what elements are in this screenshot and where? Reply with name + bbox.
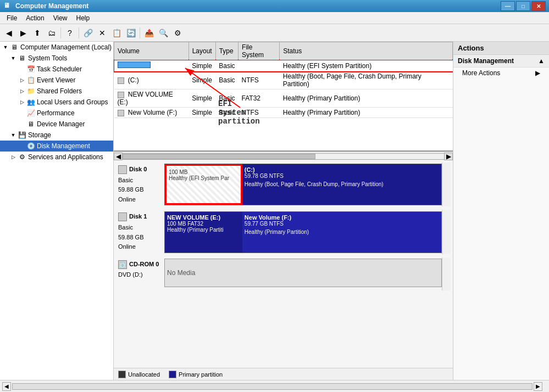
- main-area: ▼ 🖥 Computer Management (Local) ▼ 🖥 Syst…: [0, 42, 549, 380]
- table-row[interactable]: (C:) Simple Basic NTFS Healthy (Boot, Pa…: [114, 71, 453, 89]
- toolbar: ◀ ▶ ⬆ 🗂 ? 🔗 ✕ 📋 🔄 📤 🔍 ⚙: [0, 24, 549, 42]
- shared-folders-icon: 📁: [26, 87, 35, 96]
- h-scroll-track[interactable]: [123, 153, 444, 160]
- table-row[interactable]: Simple Basic Healthy (EFI System Partiti…: [114, 60, 453, 71]
- h-scroll-thumb[interactable]: [123, 154, 315, 159]
- expand-shared-folders[interactable]: ▷: [18, 87, 26, 96]
- tree-root-label: Computer Management (Local): [20, 43, 112, 51]
- disk0-c-partition[interactable]: (C:) 59.78 GB NTFS Healthy (Boot, Page F…: [242, 164, 441, 205]
- expand-storage[interactable]: ▼: [9, 131, 18, 139]
- options-button[interactable]: ⚙: [171, 26, 184, 40]
- actions-more-actions[interactable]: More Actions ▶: [453, 68, 549, 79]
- col-volume[interactable]: Volume: [114, 42, 189, 60]
- back-button[interactable]: ◀: [2, 26, 15, 40]
- col-type[interactable]: Type: [215, 42, 238, 60]
- disk-management-label: Disk Management: [37, 142, 90, 150]
- col-status[interactable]: Status: [280, 42, 453, 60]
- forward-button[interactable]: ▶: [16, 26, 30, 40]
- tree-storage[interactable]: ▼ 💾 Storage: [0, 130, 113, 141]
- cell-layout: Simple: [188, 71, 215, 89]
- cell-volume: New Volume (F:): [114, 108, 189, 118]
- v-scroll-cdrom[interactable]: [442, 257, 451, 290]
- disk-area: Disk 0 Basic 59.88 GB Online 100 MB Heal…: [114, 160, 453, 368]
- task-scheduler-label: Task Scheduler: [37, 65, 82, 73]
- cell-fs: [239, 60, 280, 71]
- col-filesystem[interactable]: File System: [239, 42, 280, 60]
- tree-shared-folders[interactable]: ▷ 📁 Shared Folders: [0, 86, 113, 97]
- tree-task-scheduler[interactable]: ▷ 📅 Task Scheduler: [0, 64, 113, 75]
- legend-unallocated-label: Unallocated: [128, 371, 160, 378]
- volume-table: Volume Layout Type File System Status Si…: [114, 42, 453, 118]
- disk-0-label: Disk 0 Basic 59.88 GB Online: [116, 163, 164, 206]
- tree-device-manager[interactable]: ▷ 🖥 Device Manager: [0, 119, 113, 130]
- actions-disk-management-title[interactable]: Disk Management ▲: [453, 55, 549, 68]
- tree-event-viewer[interactable]: ▷ 📋 Event Viewer: [0, 75, 113, 86]
- table-row[interactable]: NEW VOLUME (E:) Simple Basic FAT32 Healt…: [114, 89, 453, 108]
- refresh-button[interactable]: 🔄: [124, 26, 137, 40]
- cell-type: Basic: [215, 108, 238, 118]
- cell-status: Healthy (Primary Partition): [280, 89, 453, 108]
- cell-layout: Simple: [188, 60, 215, 71]
- toolbar-separator-2: [79, 27, 79, 38]
- show-hide-button[interactable]: 🗂: [45, 26, 58, 40]
- cell-volume: NEW VOLUME (E:): [114, 89, 189, 108]
- cdrom-entry: 💿 CD-ROM 0 DVD (D:) No Media: [116, 257, 451, 290]
- status-scroll-right[interactable]: ▶: [534, 382, 542, 391]
- menu-view[interactable]: View: [49, 13, 72, 23]
- cell-layout: Simple: [188, 89, 215, 108]
- tree-performance[interactable]: ▷ 📈 Performance: [0, 108, 113, 119]
- close-button[interactable]: ✕: [531, 1, 546, 11]
- h-scroll-area[interactable]: ◀ ▶: [114, 152, 453, 160]
- col-layout[interactable]: Layout: [188, 42, 215, 60]
- right-content: Volume Layout Type File System Status Si…: [114, 42, 453, 380]
- event-viewer-label: Event Viewer: [37, 76, 75, 84]
- cdrom-label: 💿 CD-ROM 0 DVD (D:): [116, 257, 164, 290]
- filter-button[interactable]: 🔍: [157, 26, 170, 40]
- maximize-button[interactable]: □: [516, 1, 530, 11]
- scroll-right-btn[interactable]: ▶: [444, 153, 453, 160]
- tree-services[interactable]: ▷ ⚙ Services and Applications: [0, 152, 113, 163]
- export-button[interactable]: 📤: [142, 26, 156, 40]
- up-button[interactable]: ⬆: [31, 26, 44, 40]
- v-scroll-disk1[interactable]: [442, 210, 451, 254]
- v-scroll-disk[interactable]: [442, 163, 451, 206]
- legend-unallocated: Unallocated: [118, 371, 160, 378]
- disk0-efi-partition[interactable]: 100 MB Healthy (EFI System Par: [165, 164, 242, 205]
- connect-button[interactable]: 🔗: [81, 26, 95, 40]
- expand-local-users[interactable]: ▷: [18, 98, 26, 107]
- tree-disk-management[interactable]: ▷ 💿 Disk Management: [0, 141, 113, 152]
- cell-type: Basic: [215, 71, 238, 89]
- volume-table-area: Volume Layout Type File System Status Si…: [114, 42, 453, 152]
- expand-services[interactable]: ▷: [9, 153, 18, 161]
- help-button[interactable]: ?: [63, 26, 76, 40]
- status-scroll-track[interactable]: [12, 383, 533, 390]
- scroll-left-btn[interactable]: ◀: [114, 153, 123, 160]
- table-row[interactable]: New Volume (F:) Simple Basic NTFS Health…: [114, 108, 453, 118]
- menu-help[interactable]: Help: [72, 13, 95, 23]
- menu-file[interactable]: File: [2, 13, 21, 23]
- expand-system-tools[interactable]: ▼: [9, 54, 18, 63]
- disk1-f-partition[interactable]: New Volume (F:) 59.77 GB NTFS Healthy (P…: [242, 212, 441, 253]
- tree-expand-root[interactable]: ▼: [1, 43, 10, 52]
- tree-local-users[interactable]: ▷ 👥 Local Users and Groups: [0, 97, 113, 108]
- delete-button[interactable]: ✕: [96, 26, 109, 40]
- legend-unallocated-box: [118, 371, 126, 378]
- expand-event-viewer[interactable]: ▷: [18, 76, 26, 85]
- arrow-right-icon: ▶: [535, 69, 540, 77]
- disk-management-icon: 💿: [26, 142, 35, 150]
- tree-root[interactable]: ▼ 🖥 Computer Management (Local): [0, 42, 113, 53]
- actions-header: Actions: [453, 42, 549, 55]
- minimize-button[interactable]: —: [501, 1, 515, 11]
- disk-1-entry: Disk 1 Basic 59.88 GB Online NEW VOLUME …: [116, 210, 451, 254]
- disk1-e-partition[interactable]: NEW VOLUME (E:) 100 MB FAT32 Healthy (Pr…: [165, 212, 242, 253]
- local-users-icon: 👥: [26, 98, 35, 107]
- properties-button[interactable]: 📋: [110, 26, 123, 40]
- tree-system-tools[interactable]: ▼ 🖥 System Tools: [0, 53, 113, 64]
- performance-icon: 📈: [26, 109, 35, 117]
- cell-status: Healthy (EFI System Partition): [280, 60, 453, 71]
- toolbar-separator-3: [140, 27, 140, 38]
- status-scroll-left[interactable]: ◀: [2, 382, 11, 391]
- menu-action[interactable]: Action: [21, 13, 48, 23]
- legend-bar: Unallocated Primary partition: [114, 368, 453, 380]
- legend-primary-box: [169, 371, 176, 378]
